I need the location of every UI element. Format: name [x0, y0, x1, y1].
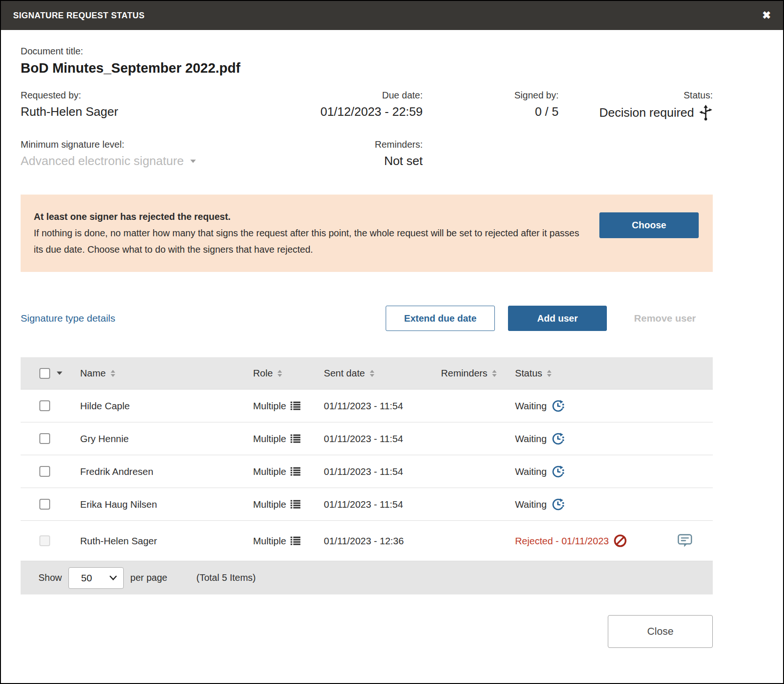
table-row: Gry Hennie Multiple 01/11/2023 - 11:54 W… — [21, 422, 713, 455]
total-items-label: (Total 5 Items) — [196, 572, 256, 583]
table-row: Erika Haug Nilsen Multiple 01/11/2023 - … — [21, 488, 713, 520]
column-header-role[interactable]: Role — [253, 368, 324, 379]
status-text: Decision required — [599, 105, 694, 120]
add-user-button[interactable]: Add user — [508, 306, 607, 331]
status-text: Waiting — [515, 400, 547, 412]
chevron-down-icon — [110, 576, 117, 580]
requested-by-value: Ruth-Helen Sager — [21, 105, 277, 119]
table-row: Fredrik Andresen Multiple 01/11/2023 - 1… — [21, 455, 713, 488]
table-row: Hilde Caple Multiple 01/11/2023 - 11:54 … — [21, 389, 713, 422]
table-footer: Show 50 per page (Total 5 Items) — [21, 561, 713, 594]
rejection-warning-banner: At least one signer has rejected the req… — [21, 195, 713, 272]
list-icon[interactable] — [291, 536, 300, 546]
clock-history-icon — [552, 432, 565, 445]
selection-menu-caret-icon[interactable] — [57, 371, 62, 375]
clock-history-icon — [552, 399, 565, 413]
row-checkbox[interactable] — [39, 499, 50, 510]
extend-due-date-button[interactable]: Extend due date — [386, 306, 495, 331]
signer-role: Multiple — [253, 433, 286, 444]
table-body: Hilde Caple Multiple 01/11/2023 - 11:54 … — [21, 389, 713, 561]
status-value: Decision required — [599, 105, 713, 120]
signature-request-status-dialog: SIGNATURE REQUEST STATUS ✖ Document titl… — [0, 0, 784, 684]
sent-date: 01/11/2023 - 12:36 — [324, 535, 441, 547]
row-checkbox[interactable] — [39, 400, 50, 411]
sent-date: 01/11/2023 - 11:54 — [324, 400, 441, 412]
signer-name: Hilde Caple — [80, 400, 253, 412]
document-title-label: Document title: — [21, 46, 713, 57]
sort-arrows-icon — [369, 369, 375, 377]
warning-heading: At least one signer has rejected the req… — [34, 209, 588, 225]
column-header-name[interactable]: Name — [80, 368, 253, 379]
min-signature-level-dropdown: Advanced electronic signature — [21, 154, 277, 168]
column-header-reminders[interactable]: Reminders — [441, 368, 515, 379]
signature-type-details-link[interactable]: Signature type details — [21, 313, 115, 324]
due-date-value: 01/12/2023 - 22:59 — [321, 105, 423, 119]
remove-user-button: Remove user — [634, 313, 696, 324]
per-page-label: per page — [130, 572, 167, 583]
signers-table: Name Role Sent date Reminders Status — [21, 357, 713, 594]
clock-history-icon — [552, 498, 565, 511]
signer-name: Gry Hennie — [80, 433, 253, 444]
signed-by-value: 0 / 5 — [535, 105, 559, 119]
sort-arrows-icon — [110, 369, 116, 377]
column-header-sent-date[interactable]: Sent date — [324, 368, 441, 379]
list-icon[interactable] — [291, 499, 300, 509]
dialog-title: SIGNATURE REQUEST STATUS — [13, 11, 145, 21]
signer-name: Ruth-Helen Sager — [80, 535, 253, 547]
close-icon[interactable]: ✖ — [762, 10, 771, 21]
warning-body: If nothing is done, no matter how many t… — [34, 225, 588, 258]
show-label: Show — [38, 572, 62, 583]
choose-button[interactable]: Choose — [599, 212, 699, 238]
caret-down-icon — [190, 159, 196, 163]
row-checkbox[interactable] — [39, 433, 50, 444]
row-checkbox[interactable] — [39, 466, 50, 477]
list-icon[interactable] — [291, 401, 300, 411]
table-header-row: Name Role Sent date Reminders Status — [21, 357, 713, 389]
prohibition-icon — [613, 534, 627, 548]
signer-role: Multiple — [253, 535, 286, 547]
signed-by-label: Signed by: — [514, 90, 559, 101]
sent-date: 01/11/2023 - 11:54 — [324, 466, 441, 477]
status-label: Status: — [684, 90, 713, 101]
min-signature-level-label: Minimum signature level: — [21, 139, 277, 150]
sent-date: 01/11/2023 - 11:54 — [324, 499, 441, 510]
dialog-titlebar: SIGNATURE REQUEST STATUS ✖ — [1, 1, 783, 30]
status-text: Waiting — [515, 499, 547, 510]
requested-by-label: Requested by: — [21, 90, 277, 101]
row-checkbox — [39, 535, 50, 546]
page-size-select[interactable]: 50 — [68, 567, 124, 589]
select-all-checkbox[interactable] — [39, 368, 50, 379]
sort-arrows-icon — [277, 369, 283, 377]
sent-date: 01/11/2023 - 11:54 — [324, 433, 441, 444]
sort-arrows-icon — [546, 369, 552, 377]
reminders-label: Reminders: — [375, 139, 423, 150]
status-text: Rejected - 01/11/2023 — [515, 535, 609, 547]
table-row: Ruth-Helen Sager Multiple 01/11/2023 - 1… — [21, 520, 713, 561]
signer-role: Multiple — [253, 466, 286, 477]
clock-history-icon — [552, 465, 565, 478]
list-icon[interactable] — [291, 434, 300, 443]
signer-name: Fredrik Andresen — [80, 466, 253, 477]
document-title: BoD Minutes_September 2022.pdf — [21, 60, 713, 76]
column-header-status[interactable]: Status — [515, 368, 713, 379]
status-text: Waiting — [515, 466, 547, 477]
signer-role: Multiple — [253, 400, 286, 412]
signer-role: Multiple — [253, 499, 286, 510]
close-button[interactable]: Close — [608, 615, 713, 648]
sort-arrows-icon — [492, 369, 497, 377]
signer-name: Erika Haug Nilsen — [80, 499, 253, 510]
list-icon[interactable] — [291, 466, 300, 476]
due-date-label: Due date: — [382, 90, 423, 101]
split-arrows-icon — [699, 105, 713, 120]
comment-icon[interactable] — [678, 534, 692, 548]
status-text: Waiting — [515, 433, 547, 444]
reminders-value: Not set — [384, 154, 423, 168]
